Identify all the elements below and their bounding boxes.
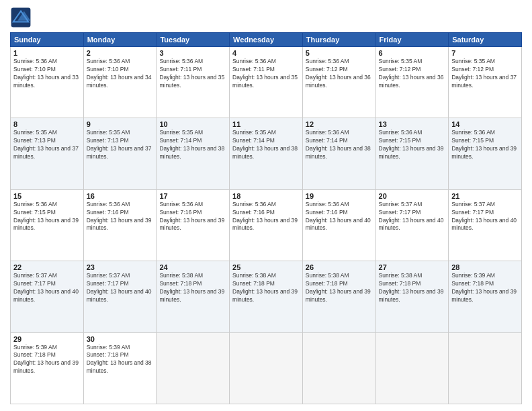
calendar-cell: 12Sunrise: 5:36 AMSunset: 7:14 PMDayligh… [302,118,375,189]
day-info: Sunrise: 5:36 AMSunset: 7:16 PMDaylight:… [159,201,226,233]
day-info: Sunrise: 5:38 AMSunset: 7:18 PMDaylight:… [379,272,446,304]
calendar-cell: 15Sunrise: 5:36 AMSunset: 7:15 PMDayligh… [11,189,84,261]
day-info: Sunrise: 5:35 AMSunset: 7:12 PMDaylight:… [379,58,446,90]
logo [10,7,34,28]
day-number: 8 [13,120,81,128]
calendar-cell: 28Sunrise: 5:39 AMSunset: 7:18 PMDayligh… [449,261,522,332]
day-info: Sunrise: 5:37 AMSunset: 7:17 PMDaylight:… [451,201,519,233]
day-info: Sunrise: 5:36 AMSunset: 7:10 PMDaylight:… [13,58,81,90]
weekday-header-monday: Monday [83,33,157,47]
calendar-cell: 20Sunrise: 5:37 AMSunset: 7:17 PMDayligh… [375,189,449,261]
weekday-header-saturday: Saturday [449,33,522,47]
calendar-cell: 18Sunrise: 5:36 AMSunset: 7:16 PMDayligh… [230,189,303,261]
calendar-cell: 10Sunrise: 5:35 AMSunset: 7:14 PMDayligh… [157,118,230,189]
day-number: 20 [379,192,446,200]
day-info: Sunrise: 5:37 AMSunset: 7:17 PMDaylight:… [379,201,446,233]
calendar-cell: 24Sunrise: 5:38 AMSunset: 7:18 PMDayligh… [157,261,230,332]
day-number: 19 [306,192,373,200]
day-number: 2 [87,49,154,57]
calendar-cell [449,332,522,404]
day-info: Sunrise: 5:36 AMSunset: 7:15 PMDaylight:… [379,129,446,161]
calendar-cell: 21Sunrise: 5:37 AMSunset: 7:17 PMDayligh… [449,189,522,261]
day-number: 17 [159,192,226,200]
day-info: Sunrise: 5:36 AMSunset: 7:16 PMDaylight:… [306,201,373,233]
day-number: 4 [232,49,300,57]
day-info: Sunrise: 5:36 AMSunset: 7:16 PMDaylight:… [232,201,300,233]
calendar-cell [157,332,230,404]
calendar-cell: 17Sunrise: 5:36 AMSunset: 7:16 PMDayligh… [157,189,230,261]
day-number: 11 [232,120,300,128]
day-number: 15 [13,192,81,200]
day-number: 22 [13,263,81,271]
calendar-cell [230,332,303,404]
day-info: Sunrise: 5:35 AMSunset: 7:13 PMDaylight:… [13,129,81,161]
calendar-cell: 9Sunrise: 5:35 AMSunset: 7:13 PMDaylight… [83,118,157,189]
day-info: Sunrise: 5:39 AMSunset: 7:18 PMDaylight:… [13,344,81,376]
weekday-header-sunday: Sunday [11,33,84,47]
day-info: Sunrise: 5:36 AMSunset: 7:11 PMDaylight:… [159,58,226,90]
day-number: 23 [87,263,154,271]
calendar-cell: 1Sunrise: 5:36 AMSunset: 7:10 PMDaylight… [11,47,84,118]
calendar-cell: 29Sunrise: 5:39 AMSunset: 7:18 PMDayligh… [11,332,84,404]
weekday-header-friday: Friday [375,33,449,47]
weekday-header-thursday: Thursday [302,33,375,47]
calendar-cell [375,332,449,404]
day-number: 21 [451,192,519,200]
day-info: Sunrise: 5:36 AMSunset: 7:15 PMDaylight:… [13,201,81,233]
day-number: 27 [379,263,446,271]
day-number: 9 [87,120,154,128]
header [10,7,522,28]
calendar-cell: 27Sunrise: 5:38 AMSunset: 7:18 PMDayligh… [375,261,449,332]
day-number: 10 [159,120,226,128]
day-info: Sunrise: 5:39 AMSunset: 7:18 PMDaylight:… [87,344,154,376]
day-info: Sunrise: 5:38 AMSunset: 7:18 PMDaylight:… [159,272,226,304]
weekday-header-wednesday: Wednesday [230,33,303,47]
calendar-cell: 11Sunrise: 5:35 AMSunset: 7:14 PMDayligh… [230,118,303,189]
weekday-header-tuesday: Tuesday [157,33,230,47]
day-info: Sunrise: 5:36 AMSunset: 7:15 PMDaylight:… [451,129,519,161]
day-info: Sunrise: 5:35 AMSunset: 7:12 PMDaylight:… [451,58,519,90]
day-number: 25 [232,263,300,271]
day-number: 16 [87,192,154,200]
calendar-cell: 5Sunrise: 5:36 AMSunset: 7:12 PMDaylight… [302,47,375,118]
day-number: 28 [451,263,519,271]
calendar-cell [302,332,375,404]
calendar-cell: 16Sunrise: 5:36 AMSunset: 7:16 PMDayligh… [83,189,157,261]
day-number: 26 [306,263,373,271]
day-number: 30 [87,335,154,343]
day-number: 24 [159,263,226,271]
day-info: Sunrise: 5:35 AMSunset: 7:14 PMDaylight:… [232,129,300,161]
day-info: Sunrise: 5:36 AMSunset: 7:12 PMDaylight:… [306,58,373,90]
calendar-table: SundayMondayTuesdayWednesdayThursdayFrid… [10,32,522,404]
calendar-cell: 4Sunrise: 5:36 AMSunset: 7:11 PMDaylight… [230,47,303,118]
day-info: Sunrise: 5:36 AMSunset: 7:14 PMDaylight:… [306,129,373,161]
calendar-cell: 7Sunrise: 5:35 AMSunset: 7:12 PMDaylight… [449,47,522,118]
day-info: Sunrise: 5:36 AMSunset: 7:11 PMDaylight:… [232,58,300,90]
day-info: Sunrise: 5:35 AMSunset: 7:13 PMDaylight:… [87,129,154,161]
day-number: 3 [159,49,226,57]
calendar-page: SundayMondayTuesdayWednesdayThursdayFrid… [0,0,532,411]
calendar-cell: 14Sunrise: 5:36 AMSunset: 7:15 PMDayligh… [449,118,522,189]
day-info: Sunrise: 5:39 AMSunset: 7:18 PMDaylight:… [451,272,519,304]
calendar-cell: 22Sunrise: 5:37 AMSunset: 7:17 PMDayligh… [11,261,84,332]
calendar-cell: 6Sunrise: 5:35 AMSunset: 7:12 PMDaylight… [375,47,449,118]
calendar-cell: 26Sunrise: 5:38 AMSunset: 7:18 PMDayligh… [302,261,375,332]
calendar-cell: 19Sunrise: 5:36 AMSunset: 7:16 PMDayligh… [302,189,375,261]
calendar-cell: 13Sunrise: 5:36 AMSunset: 7:15 PMDayligh… [375,118,449,189]
day-info: Sunrise: 5:35 AMSunset: 7:14 PMDaylight:… [159,129,226,161]
day-number: 5 [306,49,373,57]
day-info: Sunrise: 5:38 AMSunset: 7:18 PMDaylight:… [306,272,373,304]
calendar-cell: 8Sunrise: 5:35 AMSunset: 7:13 PMDaylight… [11,118,84,189]
calendar-cell: 2Sunrise: 5:36 AMSunset: 7:10 PMDaylight… [83,47,157,118]
day-number: 12 [306,120,373,128]
day-info: Sunrise: 5:36 AMSunset: 7:16 PMDaylight:… [87,201,154,233]
day-number: 7 [451,49,519,57]
day-info: Sunrise: 5:36 AMSunset: 7:10 PMDaylight:… [87,58,154,90]
calendar-cell: 23Sunrise: 5:37 AMSunset: 7:17 PMDayligh… [83,261,157,332]
day-info: Sunrise: 5:37 AMSunset: 7:17 PMDaylight:… [13,272,81,304]
day-number: 1 [13,49,81,57]
calendar-cell: 30Sunrise: 5:39 AMSunset: 7:18 PMDayligh… [83,332,157,404]
day-number: 29 [13,335,81,343]
day-info: Sunrise: 5:37 AMSunset: 7:17 PMDaylight:… [87,272,154,304]
day-number: 14 [451,120,519,128]
